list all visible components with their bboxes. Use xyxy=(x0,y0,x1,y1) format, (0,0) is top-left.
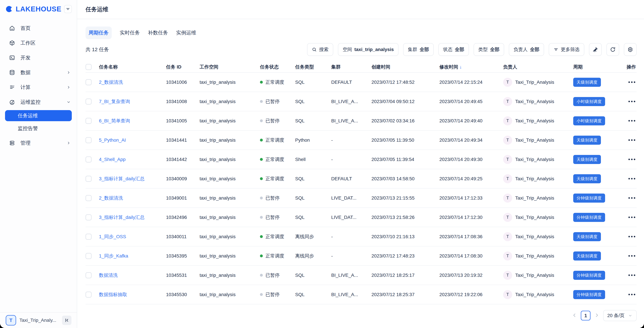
filter-owner[interactable]: 负责人 全部 xyxy=(509,43,544,56)
more-filters-button[interactable]: 更多筛选 xyxy=(549,43,584,56)
sidebar-subitem-label: 任务运维 xyxy=(18,112,38,119)
task-name-link[interactable]: 7_BI_复杂查询 xyxy=(99,98,166,105)
row-checkbox[interactable] xyxy=(86,253,92,259)
sidebar-item-home[interactable]: 首页 xyxy=(0,21,77,36)
task-name-link[interactable]: 5_Python_AI xyxy=(99,137,166,143)
owner-avatar: T xyxy=(503,232,512,241)
period-badge[interactable]: 分钟级别调度 xyxy=(573,213,605,222)
row-actions-button[interactable] xyxy=(620,178,636,179)
sidebar-collapse-button[interactable] xyxy=(62,315,72,325)
filter-cluster[interactable]: 集群 全部 xyxy=(403,43,434,56)
logo-dropdown-button[interactable] xyxy=(64,5,72,13)
select-all-checkbox[interactable] xyxy=(86,64,92,70)
row-actions-button[interactable] xyxy=(620,120,636,122)
sidebar-item-data[interactable]: 数据 xyxy=(0,65,77,80)
col-modified[interactable]: 修改时间↓ xyxy=(440,64,503,70)
user-avatar[interactable]: T xyxy=(6,315,16,325)
row-actions-button[interactable] xyxy=(620,236,636,237)
row-actions-button[interactable] xyxy=(620,101,636,102)
row-checkbox[interactable] xyxy=(86,272,92,278)
owner-name: Taxi_Trip_Analysis xyxy=(515,195,554,201)
prev-page-button[interactable] xyxy=(572,312,578,319)
workspace: taxi_trip_analysis xyxy=(200,215,260,220)
period-cell: 分钟级别调度 xyxy=(573,290,620,299)
task-name-link[interactable]: 3_指标计算_daily汇总 xyxy=(99,176,166,182)
sidebar-item-workspace[interactable]: 工作区 xyxy=(0,36,77,50)
cluster: - xyxy=(331,253,372,259)
owner-avatar: T xyxy=(503,271,512,280)
row-checkbox[interactable] xyxy=(86,99,92,105)
period-badge[interactable]: 天级别调度 xyxy=(573,78,601,87)
task-name-link[interactable]: 数据清洗 xyxy=(99,272,166,278)
period-badge[interactable]: 分钟级别调度 xyxy=(573,194,605,203)
row-actions-button[interactable] xyxy=(620,255,636,257)
period-badge[interactable]: 分钟级别调度 xyxy=(573,271,605,280)
task-name-link[interactable]: 6_BI_简单查询 xyxy=(99,118,166,124)
filter-type[interactable]: 类型 全部 xyxy=(474,43,504,56)
status-dot xyxy=(260,216,263,219)
period-badge[interactable]: 天级别调度 xyxy=(573,136,601,145)
period-badge[interactable]: 天级别调度 xyxy=(573,155,601,164)
row-actions-button[interactable] xyxy=(620,294,636,295)
clear-filters-button[interactable] xyxy=(589,43,602,56)
task-name-link[interactable]: 数据指标抽取 xyxy=(99,291,166,298)
row-actions-button[interactable] xyxy=(620,139,636,141)
row-actions-button[interactable] xyxy=(620,274,636,276)
next-page-button[interactable] xyxy=(594,312,600,319)
logo-row: LAKEHOUSE xyxy=(0,0,77,17)
search-button[interactable]: 搜索 xyxy=(307,43,333,56)
period-badge[interactable]: 天级别调度 xyxy=(573,251,601,260)
row-checkbox[interactable] xyxy=(86,137,92,143)
period-badge[interactable]: 天级别调度 xyxy=(573,232,601,241)
tabs: 周期任务 实时任务 补数任务 实例运维 xyxy=(86,27,636,39)
row-checkbox[interactable] xyxy=(86,176,92,182)
task-name-link[interactable]: 1_同步_Kafka xyxy=(99,253,166,259)
period-badge[interactable]: 小时级别调度 xyxy=(573,97,605,106)
row-actions-button[interactable] xyxy=(620,81,636,83)
page-number[interactable]: 1 xyxy=(581,311,590,320)
row-actions-button[interactable] xyxy=(620,197,636,199)
task-name-link[interactable]: 4_Shell_App xyxy=(99,157,166,162)
sidebar-subitem-task-ops[interactable]: 任务运维 xyxy=(5,110,72,121)
sidebar-item-ops-monitor[interactable]: 运维监控 xyxy=(0,95,77,109)
sidebar-item-compute[interactable]: 计算 xyxy=(0,80,77,95)
period-badge[interactable]: 小时级别调度 xyxy=(573,116,605,125)
tab-realtime-tasks[interactable]: 实时任务 xyxy=(120,27,140,39)
filter-status[interactable]: 状态 全部 xyxy=(438,43,469,56)
row-checkbox[interactable] xyxy=(86,234,92,240)
task-name-link[interactable]: 3_指标计算_daily汇总 xyxy=(99,214,166,221)
row-checkbox[interactable] xyxy=(86,214,92,220)
page-size-select[interactable]: 20 条/页 xyxy=(603,310,636,321)
row-actions-button[interactable] xyxy=(620,217,636,218)
period-badge[interactable]: 天级别调度 xyxy=(573,174,601,183)
tab-instance-ops[interactable]: 实例运维 xyxy=(176,27,196,39)
sidebar-item-label: 工作区 xyxy=(20,40,36,47)
task-name-link[interactable]: 2_数据清洗 xyxy=(99,79,166,86)
topbar: 任务运维 xyxy=(77,0,644,19)
created-time: 2023/07/02 03:34:16 xyxy=(372,118,440,124)
row-checkbox[interactable] xyxy=(86,195,92,201)
sidebar-item-label: 管理 xyxy=(20,140,30,147)
row-checkbox[interactable] xyxy=(86,156,92,162)
sidebar-item-manage[interactable]: 管理 xyxy=(0,136,77,150)
refresh-button[interactable] xyxy=(606,43,619,56)
status-label: 已暂停 xyxy=(266,118,280,124)
task-name-link[interactable]: 2_数据清洗 xyxy=(99,195,166,201)
status-dot xyxy=(260,119,263,122)
sidebar-subitem-monitor-alert[interactable]: 监控告警 xyxy=(5,123,72,134)
settings-button[interactable] xyxy=(624,43,636,56)
row-checkbox[interactable] xyxy=(86,291,92,298)
period-badge[interactable]: 分钟级别调度 xyxy=(573,290,605,299)
row-checkbox[interactable] xyxy=(86,79,92,85)
modified-time: 2023/07/14 20:49:25 xyxy=(440,176,503,181)
period-cell: 天级别调度 xyxy=(573,232,620,241)
task-name-link[interactable]: 1_同步_OSS xyxy=(99,233,166,240)
row-checkbox[interactable] xyxy=(86,118,92,124)
filter-space[interactable]: 空间 taxi_trip_analysis xyxy=(338,43,398,56)
sidebar-item-develop[interactable]: 开发 xyxy=(0,50,77,65)
tab-periodic-tasks[interactable]: 周期任务 xyxy=(86,27,112,39)
cluster: - xyxy=(331,234,372,239)
workspace: taxi_trip_analysis xyxy=(200,80,260,85)
tab-backfill-tasks[interactable]: 补数任务 xyxy=(148,27,168,39)
row-actions-button[interactable] xyxy=(620,159,636,160)
